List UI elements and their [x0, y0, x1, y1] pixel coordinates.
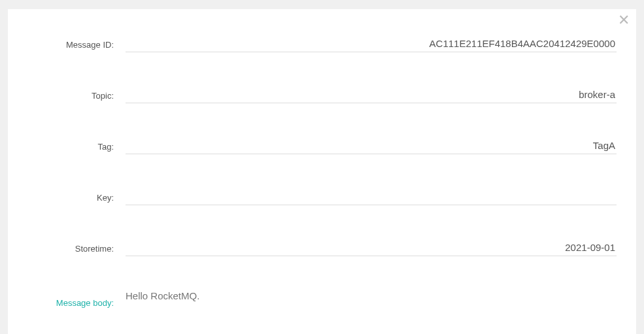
row-message-body: Message body: Hello RocketMQ.: [27, 290, 617, 308]
label-tag: Tag:: [27, 142, 126, 154]
input-message-id[interactable]: [126, 35, 617, 52]
label-message-id: Message ID:: [27, 40, 126, 52]
message-detail-modal: ✕ Message ID: Topic: Tag: Key: Storetime…: [8, 9, 636, 334]
input-topic[interactable]: [126, 86, 617, 103]
label-storetime: Storetime:: [27, 244, 126, 256]
row-topic: Topic:: [27, 86, 617, 103]
input-storetime[interactable]: [126, 239, 617, 256]
input-tag[interactable]: [126, 137, 617, 154]
label-key: Key:: [27, 193, 126, 205]
row-tag: Tag:: [27, 137, 617, 154]
label-message-body: Message body:: [27, 290, 126, 308]
message-body-content: Hello RocketMQ.: [126, 290, 617, 301]
close-icon[interactable]: ✕: [618, 13, 630, 27]
label-topic: Topic:: [27, 91, 126, 103]
row-key: Key:: [27, 188, 617, 205]
row-message-id: Message ID:: [27, 35, 617, 52]
row-storetime: Storetime:: [27, 239, 617, 256]
input-key[interactable]: [126, 188, 617, 205]
